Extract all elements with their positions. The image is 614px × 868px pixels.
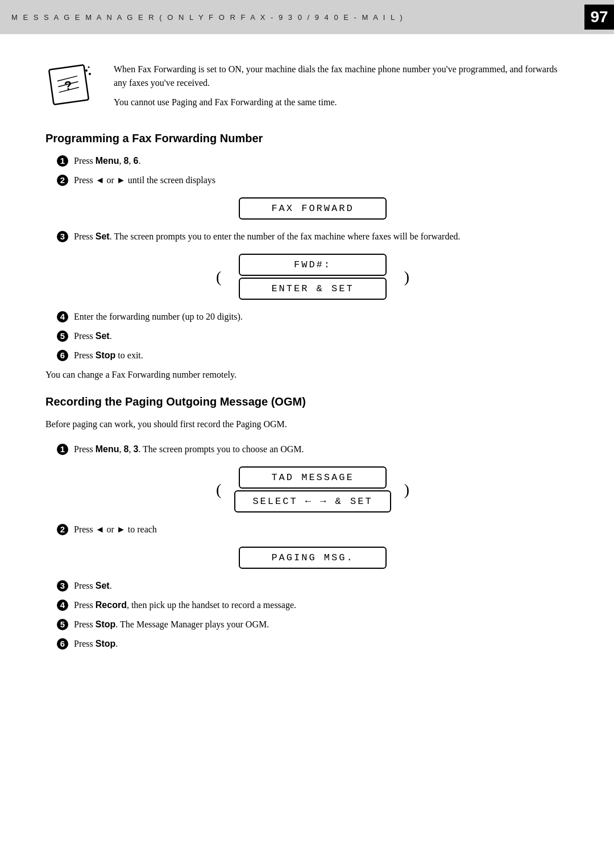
step-text-3: Press Set. The screen prompts you to ent… bbox=[74, 230, 569, 243]
section2-intro: Before paging can work, you should first… bbox=[45, 418, 569, 431]
step-num-3: 3 bbox=[57, 231, 68, 242]
lcd-fax-forward: FAX FORWARD bbox=[222, 197, 404, 220]
step-2-num-4: 4 bbox=[57, 600, 68, 611]
svg-point-6 bbox=[89, 73, 91, 75]
step-2-1: 1 Press Menu, 8, 3. The screen prompts y… bbox=[57, 443, 569, 456]
lcd-tad-group: ( TAD MESSAGE SELECT ← → & SET ) bbox=[216, 466, 409, 512]
lcd-fwd-group: ( FWD#: ENTER & SET ) bbox=[216, 254, 409, 300]
step-2-num-6: 6 bbox=[57, 638, 68, 650]
step-num-5: 5 bbox=[57, 330, 68, 342]
page-number: 97 bbox=[584, 5, 614, 30]
section1-note: You can change a Fax Forwarding number r… bbox=[45, 368, 569, 382]
steps-section1: 1 Press Menu, 8, 6. 2 Press ◄ or ► until… bbox=[57, 154, 569, 362]
step-2-4: 4 Press Record, then pick up the handset… bbox=[57, 598, 569, 612]
step-1-6: 6 Press Stop to exit. bbox=[57, 349, 569, 362]
step-2-text-5: Press Stop. The Message Manager plays yo… bbox=[74, 618, 569, 631]
step-1-4: 4 Enter the forwarding number (up to 20 … bbox=[57, 310, 569, 324]
section1-heading: Programming a Fax Forwarding Number bbox=[45, 132, 569, 145]
step-2-6: 6 Press Stop. bbox=[57, 637, 569, 651]
step-2-2: 2 Press ◄ or ► to reach bbox=[57, 523, 569, 536]
lcd-curved-inner: FWD#: ENTER & SET bbox=[239, 254, 387, 300]
step-2-text-3: Press Set. bbox=[74, 579, 569, 593]
step-1-3: 3 Press Set. The screen prompts you to e… bbox=[57, 230, 569, 243]
svg-point-5 bbox=[85, 69, 88, 72]
step-1-1: 1 Press Menu, 8, 6. bbox=[57, 154, 569, 168]
header-title: M E S S A G E M A N A G E R ( O N L Y F … bbox=[11, 13, 404, 22]
intro-text: When Fax Forwarding is set to ON, your m… bbox=[114, 63, 569, 115]
step-2-text-1: Press Menu, 8, 3. The screen prompts you… bbox=[74, 443, 569, 456]
svg-point-7 bbox=[88, 67, 90, 68]
step-2-text-6: Press Stop. bbox=[74, 637, 569, 651]
lcd-fax-forward-box: FAX FORWARD bbox=[239, 197, 387, 220]
step-1-5: 5 Press Set. bbox=[57, 329, 569, 343]
section2-heading: Recording the Paging Outgoing Message (O… bbox=[45, 395, 569, 408]
step-text-1: Press Menu, 8, 6. bbox=[74, 154, 569, 168]
main-content: ? When Fax Forwarding is set to ON, your… bbox=[0, 34, 614, 691]
lcd-fwd-box: FWD#: bbox=[239, 254, 387, 276]
step-text-2: Press ◄ or ► until the screen displays bbox=[74, 173, 569, 187]
step-1-2: 2 Press ◄ or ► until the screen displays bbox=[57, 173, 569, 187]
step-num-1: 1 bbox=[57, 155, 68, 167]
lcd-tad-inner: TAD MESSAGE SELECT ← → & SET bbox=[234, 466, 391, 512]
step-2-num-3: 3 bbox=[57, 580, 68, 592]
intro-section: ? When Fax Forwarding is set to ON, your… bbox=[45, 63, 569, 115]
lcd-paging-box: PAGING MSG. bbox=[239, 547, 387, 569]
steps-section2: 1 Press Menu, 8, 3. The screen prompts y… bbox=[57, 443, 569, 651]
step-text-4: Enter the forwarding number (up to 20 di… bbox=[74, 310, 569, 324]
notepad-icon: ? bbox=[45, 63, 97, 108]
lcd-select-box: SELECT ← → & SET bbox=[234, 490, 391, 512]
step-2-3: 3 Press Set. bbox=[57, 579, 569, 593]
step-num-4: 4 bbox=[57, 311, 68, 323]
intro-para2: You cannot use Paging and Fax Forwarding… bbox=[114, 96, 569, 109]
step-2-num-1: 1 bbox=[57, 444, 68, 455]
step-2-5: 5 Press Stop. The Message Manager plays … bbox=[57, 618, 569, 631]
step-2-text-2: Press ◄ or ► to reach bbox=[74, 523, 569, 536]
curve-left-icon: ( bbox=[216, 269, 221, 285]
lcd-enter-set-box: ENTER & SET bbox=[239, 278, 387, 300]
intro-para1: When Fax Forwarding is set to ON, your m… bbox=[114, 63, 569, 90]
step-text-5: Press Set. bbox=[74, 329, 569, 343]
step-2-num-2: 2 bbox=[57, 524, 68, 535]
step-text-6: Press Stop to exit. bbox=[74, 349, 569, 362]
curve-right-icon2: ) bbox=[404, 482, 409, 498]
lcd-paging: PAGING MSG. bbox=[222, 547, 404, 569]
step-num-6: 6 bbox=[57, 350, 68, 361]
step-2-num-5: 5 bbox=[57, 619, 68, 630]
curve-right-icon: ) bbox=[404, 269, 409, 285]
curve-left-icon2: ( bbox=[216, 482, 221, 498]
lcd-tad-box: TAD MESSAGE bbox=[239, 466, 387, 489]
header-bar: M E S S A G E M A N A G E R ( O N L Y F … bbox=[0, 0, 614, 34]
step-2-text-4: Press Record, then pick up the handset t… bbox=[74, 598, 569, 612]
step-num-2: 2 bbox=[57, 175, 68, 186]
